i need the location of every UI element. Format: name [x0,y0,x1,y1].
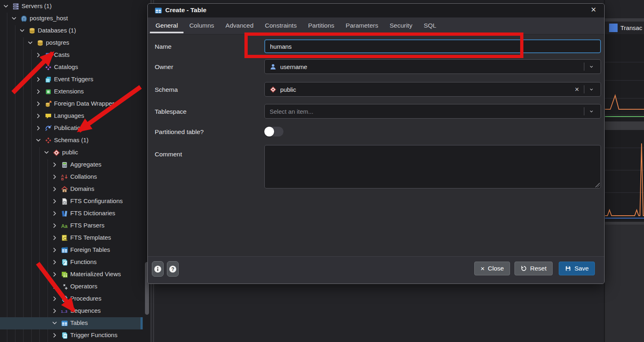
chevron-down-icon[interactable] [11,16,17,21]
sidebar-item-fts-configurations[interactable]: FTS Configurations [0,195,143,208]
chevron-down-icon[interactable] [36,138,41,143]
languages-icon [45,113,52,120]
chevron-right-icon[interactable] [36,89,41,94]
publications-icon [45,125,52,132]
chevron-down-icon[interactable] [19,28,25,33]
tab-columns[interactable]: Columns [184,17,220,33]
foreign-tables-icon [61,247,68,254]
chevron-right-icon[interactable] [52,308,57,314]
sidebar-item-operators[interactable]: Operators [0,281,143,293]
tab-sql[interactable]: SQL [418,17,442,33]
sidebar-item-event-triggers[interactable]: Event Triggers [0,74,143,86]
chevron-right-icon[interactable] [36,77,41,82]
chevron-down-icon[interactable] [3,4,9,9]
dialog-close-icon[interactable]: × [588,4,599,15]
chevron-right-icon[interactable] [52,284,57,289]
chevron-right-icon[interactable] [52,199,57,204]
chevron-down-icon[interactable] [585,88,597,91]
save-button[interactable]: Save [559,262,595,275]
chevron-right-icon[interactable] [52,211,57,216]
chevron-down-icon[interactable] [44,150,49,155]
help-button[interactable]: ? [167,261,179,277]
chevron-right-icon[interactable] [36,65,41,70]
schema-select[interactable]: public × [264,82,601,97]
sidebar-item-domains[interactable]: Domains [0,183,143,195]
sidebar-item-tables[interactable]: Tables [0,317,143,329]
comment-textarea[interactable] [265,145,601,188]
tab-parameters[interactable]: Parameters [340,17,384,33]
reset-button[interactable]: Reset [514,262,553,275]
close-button[interactable]: × Close [474,262,510,275]
sidebar-item-extensions[interactable]: Extensions [0,86,143,98]
tab-security[interactable]: Security [384,17,418,33]
dialog-tabbar: GeneralColumnsAdvancedConstraintsPartiti… [148,17,604,35]
tablespace-select[interactable]: Select an item... [264,104,601,119]
chevron-right-icon[interactable] [52,333,57,338]
chevron-right-icon[interactable] [36,52,41,58]
sidebar-item-collations[interactable]: ABCollations [0,171,143,183]
transactions-chart [605,34,644,121]
sidebar-item-casts[interactable]: Casts [0,49,143,61]
collations-icon: AB [61,173,68,181]
name-input[interactable] [265,43,600,50]
servers-icon [12,3,19,10]
sidebar-item-catalogs[interactable]: Catalogs [0,61,143,74]
chevron-right-icon[interactable] [36,113,41,119]
sidebar-item-publications[interactable]: Publications [0,122,143,134]
chevron-right-icon[interactable] [36,126,41,131]
tab-partitions[interactable]: Partitions [303,17,340,33]
sidebar-item-foreign-data-wrappers[interactable]: Foreign Data Wrappers [0,98,143,110]
sidebar-item-foreign-tables[interactable]: Foreign Tables [0,244,143,256]
svg-text:1..3: 1..3 [61,309,67,314]
resize-grip[interactable] [595,183,600,187]
sidebar-item-databases-1[interactable]: Databases (1) [0,25,143,37]
chevron-down-icon[interactable] [585,110,597,113]
chevron-right-icon[interactable] [52,247,57,253]
sidebar-item-servers-1[interactable]: Servers (1) [0,0,143,13]
sidebar-item-fts-dictionaries[interactable]: FTS Dictionaries [0,208,143,220]
sidebar-item-label: Aggregates [70,161,102,168]
tab-general[interactable]: General [150,17,184,33]
sidebar-item-fts-templates[interactable]: FTS Templates [0,232,143,244]
owner-select[interactable]: username [264,59,601,74]
tab-advanced[interactable]: Advanced [220,17,259,33]
owner-label: Owner [155,63,173,71]
sidebar-item-postgres[interactable]: postgres [0,37,143,49]
sidebar-item-aggregates[interactable]: Aggregates [0,159,143,171]
chevron-right-icon[interactable] [52,186,57,192]
chevron-right-icon[interactable] [36,101,41,106]
chart-canvas [605,34,644,121]
svg-text:B: B [61,177,64,181]
chevron-right-icon[interactable] [52,223,57,228]
sidebar-item-trigger-functions[interactable]: Trigger Functions [0,329,143,342]
chevron-right-icon[interactable] [52,260,57,265]
sidebar-item-sequences[interactable]: 1..3Sequences [0,305,143,317]
clear-icon[interactable]: × [571,85,583,94]
tab-constraints[interactable]: Constraints [259,17,302,33]
sidebar-item-languages[interactable]: Languages [0,110,143,122]
chevron-down-icon[interactable] [52,320,57,326]
chevron-down-icon[interactable] [585,65,597,69]
info-button[interactable] [152,261,164,277]
schemas-icon [45,137,52,144]
svg-text:?: ? [171,266,174,272]
chevron-right-icon[interactable] [52,162,57,167]
sidebar-item-public[interactable]: public [0,147,143,159]
sidebar-item-materialized-views[interactable]: Materialized Views [0,268,143,281]
sidebar-item-procedures[interactable]: Procedures [0,293,143,305]
sidebar-item-label: Operators [70,283,97,290]
sidebar-item-postgres-host[interactable]: postgres_host [0,13,143,25]
chevron-right-icon[interactable] [52,296,57,301]
chevron-right-icon[interactable] [52,174,57,180]
chevron-down-icon[interactable] [28,40,33,45]
sidebar-item-functions[interactable]: Functions [0,256,143,268]
dialog-header[interactable]: Create - Table × [148,4,604,17]
partitioned-toggle[interactable] [264,127,283,136]
sidebar-item-label: Materialized Views [70,271,121,277]
fts-templates-icon [61,234,68,242]
functions-icon [61,259,68,266]
chevron-right-icon[interactable] [52,272,57,277]
sidebar-item-fts-parsers[interactable]: AaFTS Parsers [0,220,143,232]
chevron-right-icon[interactable] [52,235,57,240]
sidebar-item-schemas-1[interactable]: Schemas (1) [0,134,143,147]
